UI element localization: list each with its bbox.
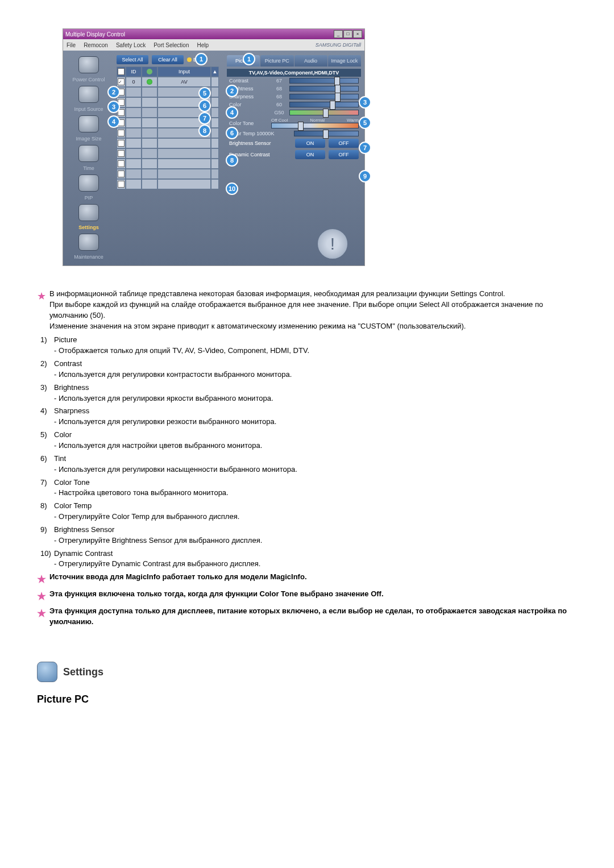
colortemp-label: Color Temp 10000K	[229, 131, 292, 136]
bsensor-off-button[interactable]: OFF	[329, 139, 359, 148]
row-checkbox[interactable]	[118, 150, 125, 157]
brightness-slider[interactable]	[289, 86, 359, 92]
contrast-slider[interactable]	[289, 78, 359, 84]
table-row	[117, 179, 219, 189]
settings-section-icon	[37, 662, 57, 682]
intro-paragraph: ★ В информационной таблице представлена …	[37, 289, 577, 331]
list-item: 4)Sharpness- Используется для регулировк…	[37, 406, 577, 427]
contrast-value: 67	[271, 78, 287, 84]
device-list-panel: Select All Clear All Busy ID Input ▲ 0 A…	[114, 51, 225, 265]
pip-icon[interactable]	[78, 175, 99, 192]
tab-audio[interactable]: Audio	[294, 55, 327, 67]
color-row: Color 60	[227, 101, 361, 109]
sharpness-row: Sharpness 68	[227, 93, 361, 101]
doc-content: ★ В информационной таблице представлена …	[37, 289, 577, 705]
callout-2: 2	[107, 86, 120, 98]
callout-9: 9	[359, 170, 371, 182]
color-value: 60	[271, 102, 287, 107]
callout-10: 10	[226, 182, 238, 195]
sidebar-label-maintenance: Maintenance	[74, 254, 103, 260]
list-item: 3)Brightness- Используется для регулиров…	[37, 383, 577, 404]
list-item: 7)Color Tone- Настройка цветового тона в…	[37, 477, 577, 499]
callout-6: 6	[198, 99, 211, 112]
settings-icon[interactable]	[78, 204, 99, 221]
minimize-icon[interactable]: _	[334, 30, 343, 38]
panel-header: TV,AV,S-Video,Component,HDMI,DTV	[227, 69, 361, 77]
menu-file[interactable]: File	[67, 42, 76, 48]
brand-label: SAMSUNG DIGITall	[316, 42, 361, 48]
row-checkbox[interactable]	[118, 181, 125, 188]
row-checkbox[interactable]	[118, 78, 125, 85]
row-checkbox[interactable]	[118, 160, 125, 167]
row-checkbox[interactable]	[118, 171, 125, 177]
menubar: File Remocon Safety Lock Port Selection …	[63, 39, 364, 51]
maintenance-icon[interactable]	[78, 234, 99, 251]
callout-8: 8	[226, 154, 238, 167]
sidebar-label-image: Image Size	[76, 136, 101, 142]
color-slider[interactable]	[289, 102, 359, 107]
callout-3: 3	[359, 96, 371, 109]
star-icon: ★	[37, 606, 46, 628]
callout-2: 2	[226, 85, 238, 97]
dcontrast-off-button[interactable]: OFF	[329, 150, 359, 159]
callout-8: 8	[198, 124, 211, 137]
table-row	[117, 159, 219, 169]
bsensor-on-button[interactable]: ON	[295, 139, 325, 148]
sidebar-label-input: Input Source	[74, 106, 103, 112]
app-screenshot: Multiple Display Control _ □ × File Remo…	[63, 28, 365, 266]
numbered-list: 1)Picture- Отображается только для опций…	[37, 335, 577, 570]
star-icon: ★	[37, 289, 46, 331]
select-all-button[interactable]: Select All	[117, 55, 148, 64]
list-item: 1)Picture- Отображается только для опций…	[37, 335, 577, 356]
section-header: Settings	[37, 662, 577, 682]
notes: ★Источник ввода для MagicInfo работает т…	[37, 572, 577, 628]
sharpness-value: 68	[271, 94, 287, 99]
menu-remocon[interactable]: Remocon	[84, 42, 108, 48]
menu-safety-lock[interactable]: Safety Lock	[116, 42, 146, 48]
info-icon[interactable]: !	[318, 229, 347, 259]
check-icon[interactable]	[118, 68, 125, 75]
callout-1: 1	[243, 53, 255, 65]
colortone-slider[interactable]	[271, 123, 359, 128]
close-icon[interactable]: ×	[353, 30, 362, 38]
time-icon[interactable]	[78, 145, 99, 162]
settings-panel: Picture Picture PC Audio Image Lock TV,A…	[225, 51, 364, 265]
callout-6: 6	[226, 127, 238, 139]
list-item: 6)Tint- Используется для регулировки нас…	[37, 454, 577, 475]
row-input[interactable]: AV	[157, 77, 211, 87]
tint-right: R50	[349, 110, 358, 115]
row-checkbox[interactable]	[118, 130, 125, 136]
image-size-icon[interactable]	[78, 115, 99, 132]
input-source-icon[interactable]	[78, 86, 99, 103]
callout-1: 1	[195, 53, 208, 65]
power-control-icon[interactable]	[78, 56, 99, 73]
row-checkbox[interactable]	[118, 140, 125, 147]
dcontrast-on-button[interactable]: ON	[295, 150, 325, 159]
table-row	[117, 169, 219, 179]
power-on-icon	[147, 79, 152, 85]
maximize-icon[interactable]: □	[343, 30, 352, 38]
tab-image-lock[interactable]: Image Lock	[328, 55, 361, 67]
colortone-label: Color Tone	[229, 121, 269, 126]
tint-slider[interactable]	[289, 110, 359, 115]
app-title: Multiple Display Control	[65, 31, 125, 38]
table-row	[117, 148, 219, 159]
list-item: 8)Color Temp- Отрегулируйте Color Temp д…	[37, 501, 577, 522]
clear-all-button[interactable]: Clear All	[152, 55, 184, 64]
sidebar-label-time: Time	[83, 165, 94, 171]
colortemp-row: Color Temp 10000K	[227, 130, 361, 138]
table-row: 0 AV	[117, 77, 219, 87]
list-item: 10)Dynamic Contrast- Отрегулируйте Dynam…	[37, 549, 577, 570]
hdr-scroll[interactable]: ▲	[211, 67, 219, 77]
busy-dot-icon	[187, 57, 192, 62]
menu-port-selection[interactable]: Port Selection	[154, 42, 189, 48]
sharpness-slider[interactable]	[289, 94, 359, 99]
colortemp-slider[interactable]	[294, 131, 359, 136]
tab-picture-pc[interactable]: Picture PC	[260, 55, 293, 67]
callout-7: 7	[359, 142, 371, 154]
contrast-label: Contrast	[229, 78, 269, 84]
menu-help[interactable]: Help	[197, 42, 209, 48]
hdr-power	[142, 67, 157, 77]
list-item: 2)Contrast- Используется для регулировки…	[37, 359, 577, 380]
table-row	[117, 138, 219, 148]
